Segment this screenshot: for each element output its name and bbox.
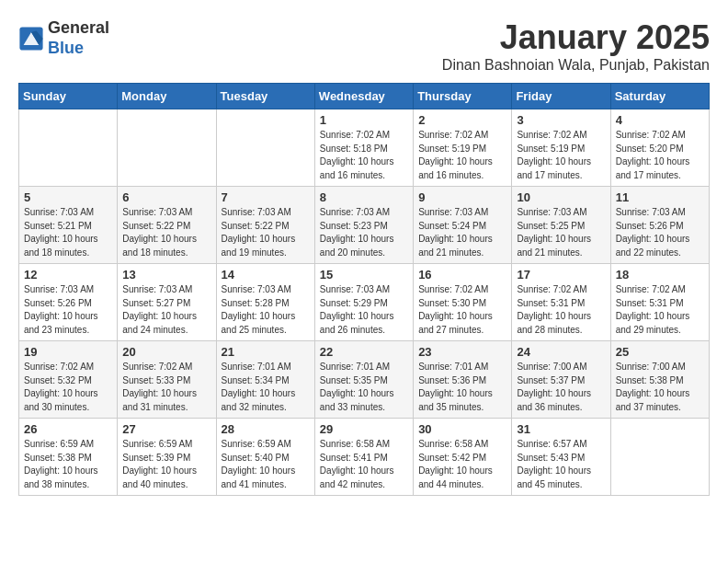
- weekday-header-friday: Friday: [512, 84, 610, 109]
- calendar-cell: 3Sunrise: 7:02 AM Sunset: 5:19 PM Daylig…: [512, 109, 610, 187]
- calendar-cell: [216, 109, 314, 187]
- day-number: 9: [418, 190, 506, 204]
- calendar-cell: 13Sunrise: 7:03 AM Sunset: 5:27 PM Dayli…: [118, 264, 216, 341]
- day-number: 10: [517, 190, 605, 204]
- page-header: General Blue January 2025 Dinan Bashnoia…: [18, 18, 710, 74]
- day-number: 6: [122, 190, 210, 204]
- day-info: Sunrise: 7:02 AM Sunset: 5:30 PM Dayligh…: [418, 283, 506, 337]
- day-number: 4: [616, 113, 704, 127]
- day-number: 8: [320, 190, 408, 204]
- calendar-cell: 20Sunrise: 7:02 AM Sunset: 5:33 PM Dayli…: [118, 341, 216, 419]
- day-info: Sunrise: 7:01 AM Sunset: 5:35 PM Dayligh…: [320, 361, 408, 414]
- day-info: Sunrise: 6:58 AM Sunset: 5:41 PM Dayligh…: [320, 438, 408, 491]
- day-info: Sunrise: 7:03 AM Sunset: 5:24 PM Dayligh…: [418, 206, 506, 259]
- day-number: 20: [122, 345, 210, 359]
- weekday-header-wednesday: Wednesday: [314, 84, 413, 109]
- day-number: 16: [418, 268, 506, 282]
- day-number: 25: [616, 345, 704, 359]
- day-info: Sunrise: 7:01 AM Sunset: 5:34 PM Dayligh…: [222, 361, 310, 414]
- day-info: Sunrise: 7:03 AM Sunset: 5:25 PM Dayligh…: [517, 206, 605, 259]
- logo: General Blue: [18, 18, 109, 58]
- day-number: 1: [320, 113, 408, 127]
- calendar-cell: 22Sunrise: 7:01 AM Sunset: 5:35 PM Dayli…: [314, 341, 413, 419]
- weekday-header-sunday: Sunday: [19, 84, 118, 109]
- logo-general: General: [48, 18, 109, 37]
- day-info: Sunrise: 7:02 AM Sunset: 5:19 PM Dayligh…: [418, 129, 506, 182]
- day-number: 5: [24, 190, 112, 204]
- day-info: Sunrise: 7:02 AM Sunset: 5:18 PM Dayligh…: [320, 129, 408, 182]
- day-number: 21: [222, 345, 310, 359]
- day-number: 31: [517, 422, 605, 436]
- calendar-week-row: 12Sunrise: 7:03 AM Sunset: 5:26 PM Dayli…: [19, 264, 710, 341]
- day-number: 24: [517, 345, 605, 359]
- calendar-cell: 25Sunrise: 7:00 AM Sunset: 5:38 PM Dayli…: [610, 341, 709, 419]
- day-number: 22: [320, 345, 408, 359]
- weekday-header-thursday: Thursday: [414, 84, 512, 109]
- day-info: Sunrise: 6:57 AM Sunset: 5:43 PM Dayligh…: [517, 438, 605, 491]
- day-number: 27: [122, 422, 210, 436]
- calendar-cell: 18Sunrise: 7:02 AM Sunset: 5:31 PM Dayli…: [610, 264, 709, 341]
- day-info: Sunrise: 7:02 AM Sunset: 5:20 PM Dayligh…: [616, 129, 704, 182]
- title-block: January 2025 Dinan Bashnoian Wala, Punja…: [442, 18, 710, 74]
- day-info: Sunrise: 6:59 AM Sunset: 5:38 PM Dayligh…: [24, 438, 112, 491]
- calendar-cell: 7Sunrise: 7:03 AM Sunset: 5:22 PM Daylig…: [216, 187, 314, 264]
- calendar-cell: 31Sunrise: 6:57 AM Sunset: 5:43 PM Dayli…: [512, 419, 610, 496]
- calendar-cell: 23Sunrise: 7:01 AM Sunset: 5:36 PM Dayli…: [414, 341, 512, 419]
- calendar-cell: 15Sunrise: 7:03 AM Sunset: 5:29 PM Dayli…: [314, 264, 413, 341]
- day-info: Sunrise: 7:00 AM Sunset: 5:38 PM Dayligh…: [616, 361, 704, 414]
- day-number: 15: [320, 268, 408, 282]
- calendar-cell: 30Sunrise: 6:58 AM Sunset: 5:42 PM Dayli…: [414, 419, 512, 496]
- calendar-cell: 4Sunrise: 7:02 AM Sunset: 5:20 PM Daylig…: [610, 109, 709, 187]
- calendar-cell: 24Sunrise: 7:00 AM Sunset: 5:37 PM Dayli…: [512, 341, 610, 419]
- calendar-cell: 19Sunrise: 7:02 AM Sunset: 5:32 PM Dayli…: [19, 341, 118, 419]
- day-info: Sunrise: 7:03 AM Sunset: 5:21 PM Dayligh…: [24, 206, 112, 259]
- calendar-cell: [610, 419, 709, 496]
- calendar-cell: 8Sunrise: 7:03 AM Sunset: 5:23 PM Daylig…: [314, 187, 413, 264]
- weekday-header-monday: Monday: [118, 84, 216, 109]
- day-info: Sunrise: 7:02 AM Sunset: 5:33 PM Dayligh…: [122, 361, 210, 414]
- day-number: 11: [616, 190, 704, 204]
- calendar-cell: 26Sunrise: 6:59 AM Sunset: 5:38 PM Dayli…: [19, 419, 118, 496]
- day-info: Sunrise: 7:03 AM Sunset: 5:22 PM Dayligh…: [222, 206, 310, 259]
- calendar-cell: [19, 109, 118, 187]
- day-number: 29: [320, 422, 408, 436]
- day-number: 7: [222, 190, 310, 204]
- location-subtitle: Dinan Bashnoian Wala, Punjab, Pakistan: [442, 57, 710, 74]
- calendar-cell: 11Sunrise: 7:03 AM Sunset: 5:26 PM Dayli…: [610, 187, 709, 264]
- day-number: 13: [122, 268, 210, 282]
- weekday-header-tuesday: Tuesday: [216, 84, 314, 109]
- day-number: 19: [24, 345, 112, 359]
- day-info: Sunrise: 7:03 AM Sunset: 5:22 PM Dayligh…: [122, 206, 210, 259]
- day-info: Sunrise: 7:02 AM Sunset: 5:32 PM Dayligh…: [24, 361, 112, 414]
- calendar-week-row: 26Sunrise: 6:59 AM Sunset: 5:38 PM Dayli…: [19, 419, 710, 496]
- day-info: Sunrise: 7:03 AM Sunset: 5:29 PM Dayligh…: [320, 283, 408, 337]
- day-info: Sunrise: 7:03 AM Sunset: 5:27 PM Dayligh…: [122, 283, 210, 337]
- calendar-cell: 12Sunrise: 7:03 AM Sunset: 5:26 PM Dayli…: [19, 264, 118, 341]
- calendar-table: SundayMondayTuesdayWednesdayThursdayFrid…: [18, 83, 710, 496]
- month-title: January 2025: [442, 18, 710, 57]
- calendar-cell: 14Sunrise: 7:03 AM Sunset: 5:28 PM Dayli…: [216, 264, 314, 341]
- calendar-cell: 21Sunrise: 7:01 AM Sunset: 5:34 PM Dayli…: [216, 341, 314, 419]
- calendar-week-row: 1Sunrise: 7:02 AM Sunset: 5:18 PM Daylig…: [19, 109, 710, 187]
- day-number: 12: [24, 268, 112, 282]
- day-number: 28: [222, 422, 310, 436]
- logo-blue: Blue: [48, 39, 84, 57]
- day-info: Sunrise: 7:00 AM Sunset: 5:37 PM Dayligh…: [517, 361, 605, 414]
- calendar-cell: [118, 109, 216, 187]
- calendar-cell: 27Sunrise: 6:59 AM Sunset: 5:39 PM Dayli…: [118, 419, 216, 496]
- day-number: 30: [418, 422, 506, 436]
- logo-icon: [18, 26, 44, 52]
- calendar-cell: 9Sunrise: 7:03 AM Sunset: 5:24 PM Daylig…: [414, 187, 512, 264]
- day-info: Sunrise: 7:02 AM Sunset: 5:31 PM Dayligh…: [517, 283, 605, 337]
- calendar-cell: 16Sunrise: 7:02 AM Sunset: 5:30 PM Dayli…: [414, 264, 512, 341]
- calendar-cell: 29Sunrise: 6:58 AM Sunset: 5:41 PM Dayli…: [314, 419, 413, 496]
- day-number: 26: [24, 422, 112, 436]
- day-info: Sunrise: 7:02 AM Sunset: 5:31 PM Dayligh…: [616, 283, 704, 337]
- calendar-cell: 2Sunrise: 7:02 AM Sunset: 5:19 PM Daylig…: [414, 109, 512, 187]
- day-info: Sunrise: 6:58 AM Sunset: 5:42 PM Dayligh…: [418, 438, 506, 491]
- weekday-header-row: SundayMondayTuesdayWednesdayThursdayFrid…: [19, 84, 710, 109]
- day-number: 18: [616, 268, 704, 282]
- day-number: 23: [418, 345, 506, 359]
- day-info: Sunrise: 6:59 AM Sunset: 5:40 PM Dayligh…: [222, 438, 310, 491]
- calendar-cell: 10Sunrise: 7:03 AM Sunset: 5:25 PM Dayli…: [512, 187, 610, 264]
